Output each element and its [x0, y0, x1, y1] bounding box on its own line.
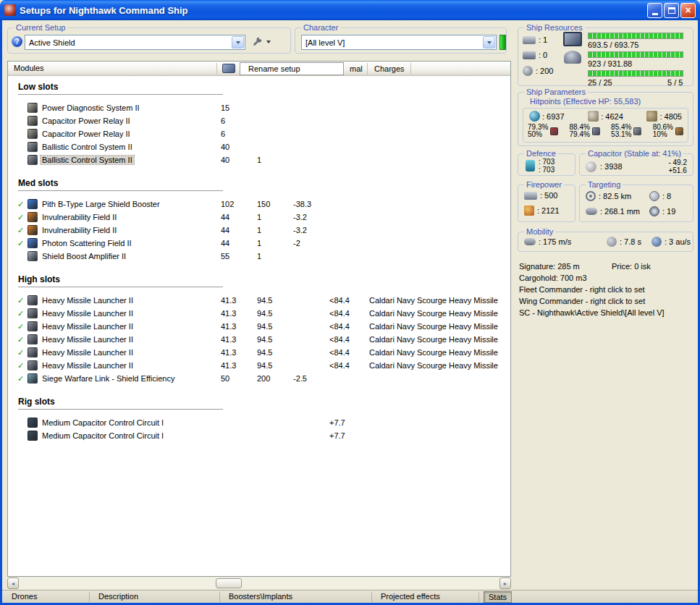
module-name[interactable]: Medium Capacitor Control Circuit I [41, 418, 221, 427]
close-button[interactable]: × [680, 3, 696, 18]
module-row[interactable]: ✓Photon Scattering Field II441-2 [8, 237, 510, 250]
dropdown-arrow-icon [266, 41, 271, 46]
module-icon [28, 334, 38, 344]
resist-cell: 85.4%53.1% [611, 124, 641, 138]
module-name[interactable]: Medium Capacitor Control Circuit I [41, 431, 221, 440]
firepower-label: Firepower [524, 180, 564, 190]
explosive-resist-icon [592, 127, 600, 135]
module-name-text: Invulnerability Field II [41, 226, 118, 234]
module-name[interactable]: Power Diagnostic System II [41, 103, 221, 112]
module-name-text: Invulnerability Field II [41, 213, 118, 221]
fitted-check-icon: ✓ [17, 239, 28, 248]
module-row[interactable]: Medium Capacitor Control Circuit I+7.7 [8, 416, 510, 429]
tabbar-divider [89, 592, 90, 602]
volley-icon [524, 206, 534, 216]
scroll-left-button[interactable]: ◄ [7, 578, 19, 589]
module-row[interactable]: Ballistic Control System II401 [8, 153, 510, 166]
setup-select[interactable]: Active Shield [25, 35, 245, 50]
module-name[interactable]: Pith B-Type Large Shield Booster [41, 200, 221, 208]
module-row[interactable]: ✓Heavy Missile Launcher II41.394.5<84.4C… [8, 333, 510, 346]
module-name[interactable]: Heavy Missile Launcher II [41, 309, 221, 318]
bottom-tab-drones[interactable]: Drones [7, 592, 41, 601]
turret-hardpoints-value: : 1 [539, 35, 547, 44]
fitted-check-icon: ✓ [17, 200, 28, 209]
tab-charges[interactable]: Charges [374, 64, 405, 73]
setup-tools-button[interactable] [250, 33, 274, 48]
module-name[interactable]: Heavy Missile Launcher II [41, 361, 221, 370]
module-row[interactable]: ✓Siege Warfare Link - Shield Efficiency5… [8, 372, 510, 385]
price-text: Price: 0 isk [612, 261, 651, 272]
rename-setup-menu-item[interactable]: Rename setup [240, 62, 344, 75]
scroll-thumb[interactable] [216, 578, 242, 588]
module-row[interactable]: ✓Heavy Missile Launcher II41.394.5<84.4C… [8, 307, 510, 320]
setup-path-text: SC - Nighthawk\Active Shield\[All level … [519, 307, 665, 318]
module-row[interactable]: ✓Heavy Missile Launcher II41.394.5<84.4C… [8, 320, 510, 333]
bottom-tab-stats[interactable]: Stats [484, 591, 512, 603]
horizontal-scrollbar[interactable]: ◄ ► [7, 578, 511, 589]
minimize-button[interactable] [647, 3, 662, 18]
upgrade-usage-text: 25 / 25 [588, 78, 612, 87]
wing-commander-text[interactable]: Wing Commander - right click to set [519, 295, 665, 307]
module-icon-cell [28, 155, 41, 165]
bottom-tab-projected-effects[interactable]: Projected effects [376, 592, 444, 601]
ship-parameters-label: Ship Parameters [524, 88, 588, 97]
module-name[interactable]: Shield Boost Amplifier II [41, 252, 221, 261]
module-icon [28, 142, 38, 152]
module-row[interactable]: ✓Pith B-Type Large Shield Booster102150-… [8, 198, 510, 211]
module-row[interactable]: ✓Heavy Missile Launcher II41.394.5<84.4C… [8, 359, 510, 372]
module-row[interactable]: Ballistic Control System II40 [8, 140, 510, 153]
hitpoints-label: Hitpoints (Effective HP: 55,583) [530, 97, 641, 106]
module-name[interactable]: Photon Scattering Field II [41, 239, 221, 248]
current-setup-group: Current Setup ? Active Shield [7, 28, 291, 54]
module-name[interactable]: Heavy Missile Launcher II [41, 296, 221, 305]
module-col-2: 1 [257, 213, 293, 221]
module-row[interactable]: ✓Heavy Missile Launcher II41.394.5<84.4C… [8, 294, 510, 307]
scroll-right-button[interactable]: ► [499, 578, 511, 589]
module-icon [28, 199, 38, 209]
max-targets-value: : 8 [662, 192, 671, 200]
shield-hp-value: : 6937 [542, 112, 565, 121]
module-icon-cell [28, 225, 41, 235]
module-name[interactable]: Heavy Missile Launcher II [41, 322, 221, 331]
module-name[interactable]: Invulnerability Field II [41, 226, 221, 234]
help-icon[interactable]: ? [12, 36, 22, 47]
module-col-cpu: 6 [221, 117, 257, 125]
module-name[interactable]: Invulnerability Field II [41, 213, 221, 221]
turret-hardpoints-icon [523, 36, 536, 44]
module-row[interactable]: ✓Invulnerability Field II441-3.2 [8, 224, 510, 237]
module-name[interactable]: Heavy Missile Launcher II [41, 348, 221, 357]
fleet-commander-text[interactable]: Fleet Commander - right click to set [519, 284, 665, 295]
maximize-button[interactable] [664, 3, 679, 18]
warp-speed-value: : 3 au/s [665, 237, 691, 246]
module-name[interactable]: Capacitor Power Relay II [41, 117, 221, 125]
modules-column-header[interactable]: Modules [14, 64, 44, 72]
bottom-tab-boosters-implants[interactable]: Boosters\Implants [224, 592, 297, 601]
close-icon: × [685, 5, 691, 15]
cpu-column-icon[interactable] [222, 64, 235, 73]
tab-normal[interactable]: mal [350, 64, 363, 73]
module-name[interactable]: Heavy Missile Launcher II [41, 335, 221, 344]
module-row[interactable]: Capacitor Power Relay II6 [8, 114, 510, 127]
scan-resolution-value: : 268.1 mm [600, 207, 640, 216]
module-charge: Caldari Navy Scourge Heavy Missile [369, 361, 510, 370]
module-name[interactable]: Ballistic Control System II [41, 156, 221, 164]
character-select[interactable]: [All level V] [301, 35, 497, 50]
module-row[interactable]: ✓Heavy Missile Launcher II41.394.5<84.4C… [8, 346, 510, 359]
module-row[interactable]: Capacitor Power Relay II6 [8, 127, 510, 140]
module-name[interactable]: Capacitor Power Relay II [41, 130, 221, 138]
module-col-cpu: 41.3 [221, 361, 257, 370]
structure-hp-value: : 4805 [659, 112, 682, 121]
module-row[interactable]: Medium Capacitor Control Circuit I+7.7 [8, 429, 510, 442]
bottom-tab-description[interactable]: Description [94, 592, 143, 601]
setup-select-arrow-icon[interactable] [232, 36, 244, 48]
module-name[interactable]: Ballistic Control System II [41, 143, 221, 151]
module-row[interactable]: ✓Invulnerability Field II441-3.2 [8, 211, 510, 224]
module-name[interactable]: Siege Warfare Link - Shield Efficiency [41, 374, 221, 383]
defence-label: Defence [524, 149, 558, 158]
character-select-arrow-icon[interactable] [483, 36, 495, 48]
module-charge: Caldari Navy Scourge Heavy Missile [369, 322, 510, 331]
module-row[interactable]: Shield Boost Amplifier II551 [8, 250, 510, 263]
module-col-2: 94.5 [257, 361, 293, 370]
armor-resist-value: 50% [528, 131, 548, 138]
module-row[interactable]: Power Diagnostic System II15 [8, 101, 510, 114]
